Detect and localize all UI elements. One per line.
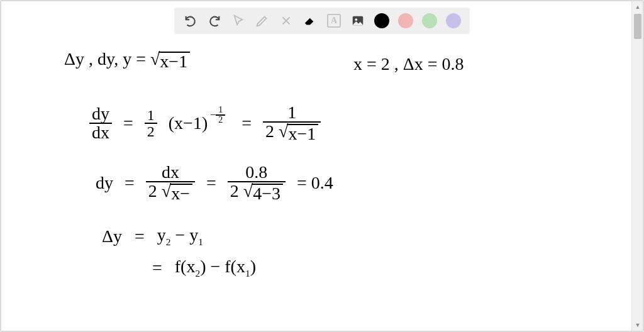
den: 2 √x− bbox=[146, 182, 195, 202]
den: 2 √x−1 bbox=[263, 123, 321, 143]
svg-point-1 bbox=[355, 18, 357, 21]
math-line-2: dy dx = 1 2 (x−1) − 1 2 bbox=[89, 104, 321, 143]
eraser-button[interactable] bbox=[303, 13, 318, 28]
scroll-up-icon[interactable]: ▲ bbox=[632, 1, 643, 13]
color-black[interactable] bbox=[374, 13, 389, 28]
color-pink[interactable] bbox=[398, 13, 413, 28]
eq: = bbox=[125, 174, 135, 192]
math-line-3: dy = dx 2 √x− = 0.8 2 √4−3 = 0.4 bbox=[96, 163, 333, 202]
frac-result: 1 2 √x−1 bbox=[263, 104, 321, 143]
tools-button[interactable] bbox=[279, 13, 294, 28]
pen-button[interactable] bbox=[255, 13, 270, 28]
app-frame: A ▲ ▼ Δy , dy, y = √x−1 x = 2 , Δx = bbox=[0, 0, 644, 332]
lhs: dy bbox=[96, 174, 113, 192]
den: dx bbox=[89, 124, 112, 141]
exp-den: 2 bbox=[216, 116, 225, 124]
redo-button[interactable] bbox=[207, 13, 222, 28]
eq: = bbox=[152, 259, 162, 277]
image-icon bbox=[351, 14, 365, 28]
base: (x−1) bbox=[169, 113, 208, 133]
whiteboard-canvas[interactable]: Δy , dy, y = √x−1 x = 2 , Δx = 0.8 dy dx… bbox=[8, 38, 625, 324]
neg: − bbox=[210, 110, 216, 120]
text-button[interactable]: A bbox=[326, 13, 341, 28]
scrollbar[interactable]: ▲ ▼ bbox=[631, 1, 643, 331]
eq: = bbox=[123, 114, 133, 132]
num: 0.8 bbox=[243, 163, 270, 181]
den: 2 √4−3 bbox=[228, 182, 286, 202]
rhs: y2 − y1 bbox=[157, 226, 203, 246]
num: 1 bbox=[145, 108, 157, 123]
rhs: f(x2) − f(x1) bbox=[175, 258, 256, 278]
math-line-4: Δy = y2 − y1 bbox=[102, 226, 203, 246]
sqrt-icon: √x−1 bbox=[150, 50, 190, 70]
frac-half: 1 2 bbox=[145, 108, 157, 139]
image-button[interactable] bbox=[350, 13, 365, 28]
result: = 0.4 bbox=[297, 174, 333, 192]
radicand: x−1 bbox=[158, 52, 190, 70]
toolbar: A bbox=[174, 8, 470, 34]
num: dx bbox=[159, 163, 182, 181]
eq: = bbox=[135, 228, 145, 245]
tools-icon bbox=[279, 14, 293, 28]
math-line-5: = f(x2) − f(x1) bbox=[152, 258, 256, 278]
color-green[interactable] bbox=[422, 13, 437, 28]
eq: = bbox=[206, 174, 216, 192]
math-line-1a: Δy , dy, y = √x−1 bbox=[64, 50, 190, 70]
power-term: (x−1) − 1 2 bbox=[169, 114, 208, 132]
frac-numeric: 0.8 2 √4−3 bbox=[228, 163, 286, 202]
eq: = bbox=[242, 114, 252, 132]
eraser-icon bbox=[303, 14, 317, 28]
redo-icon bbox=[208, 14, 221, 28]
undo-icon bbox=[184, 14, 197, 28]
color-purple[interactable] bbox=[446, 13, 461, 28]
frac-dx: dx 2 √x− bbox=[146, 163, 195, 202]
pointer-button[interactable] bbox=[231, 13, 246, 28]
expr-dy-terms: Δy , dy, y = bbox=[64, 49, 146, 69]
pen-icon bbox=[255, 14, 269, 28]
num: 1 bbox=[285, 104, 299, 121]
math-line-1b: x = 2 , Δx = 0.8 bbox=[353, 55, 464, 73]
exp-num: 1 bbox=[216, 106, 225, 114]
text-icon: A bbox=[327, 14, 341, 28]
frac-dy-dx: dy dx bbox=[89, 105, 112, 141]
undo-button[interactable] bbox=[183, 13, 198, 28]
den: 2 bbox=[145, 124, 157, 139]
scrollbar-thumb[interactable] bbox=[634, 14, 641, 39]
lhs: Δy bbox=[102, 228, 122, 245]
scroll-down-icon[interactable]: ▼ bbox=[632, 319, 643, 331]
pointer-icon bbox=[231, 14, 245, 28]
num: dy bbox=[89, 105, 112, 123]
